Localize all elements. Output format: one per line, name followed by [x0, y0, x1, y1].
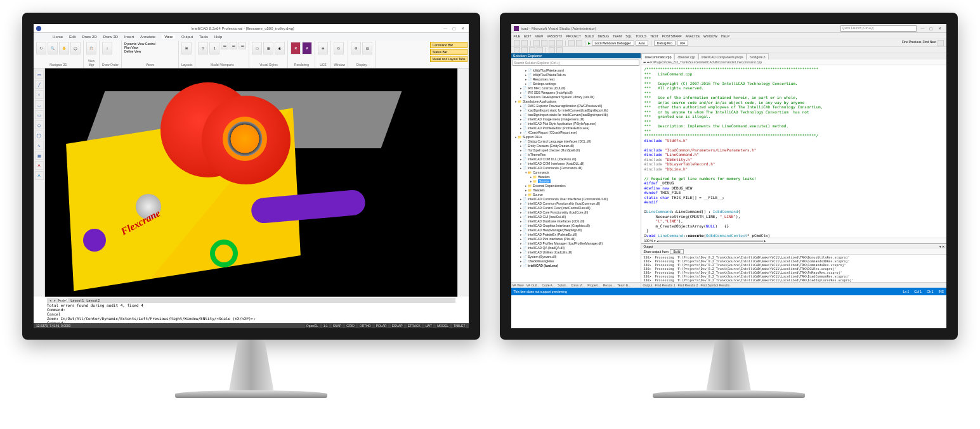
- new-window-button[interactable]: ⧉: [334, 42, 344, 54]
- menu-edit[interactable]: EDIT: [524, 34, 531, 38]
- viewport-4-button[interactable]: ▭: [238, 42, 246, 49]
- tree-item[interactable]: ▸ 📄IcWpfToolPalette.xaml: [513, 68, 640, 73]
- tool-select[interactable]: ▭: [35, 70, 44, 79]
- save-button[interactable]: [549, 40, 555, 46]
- undo-button[interactable]: [568, 40, 575, 46]
- tab-output[interactable]: Output: [643, 283, 652, 287]
- tool-rect[interactable]: ▭: [35, 110, 44, 119]
- find-opts-button[interactable]: [938, 40, 944, 46]
- tool-arc[interactable]: ◡: [35, 100, 44, 109]
- tab-insert[interactable]: Insert: [124, 35, 134, 39]
- tree-item[interactable]: ▸ 📄IcWpfToolPaletteTab.cs: [513, 73, 640, 77]
- minimize-button[interactable]: —: [441, 27, 449, 30]
- tab-edit[interactable]: Edit: [69, 35, 75, 39]
- tree-item[interactable]: ▸ 📄IntelliCAD Plot interfaces (Plot.dll): [513, 237, 640, 241]
- status-snap[interactable]: SNAP: [332, 324, 343, 328]
- status-model[interactable]: MODEL: [436, 324, 450, 328]
- tab-draw2d[interactable]: Draw 2D: [82, 35, 96, 39]
- tab-properties[interactable]: Propert...: [587, 283, 601, 287]
- menu-build[interactable]: BUILD: [585, 34, 594, 38]
- tab-find2[interactable]: Find Results 2: [677, 283, 698, 287]
- platform-dropdown[interactable]: Debug Pro: [654, 41, 676, 46]
- tb2-button[interactable]: [521, 47, 528, 53]
- menu-test[interactable]: TEST: [650, 34, 658, 38]
- tab-tools[interactable]: Tools: [199, 35, 208, 39]
- tb2-button[interactable]: [514, 47, 520, 53]
- tree-item[interactable]: ▸ 📄XCrashReport (XCrashReport.exe): [513, 131, 640, 135]
- menu-view[interactable]: VIEW: [535, 34, 544, 38]
- tab-resource[interactable]: Resou...: [603, 283, 615, 287]
- tab-layout2[interactable]: Layout2: [86, 298, 100, 302]
- tree-item[interactable]: ▸ 📄IntelliCAD Utilities (IcadUtils.dll): [513, 250, 640, 255]
- editor-zoom[interactable]: 100 % ▾ ◂━━━━━━━━━━━━━━━━━━━━━━━━━━━━━━━…: [641, 238, 946, 243]
- model-tabs-toggle[interactable]: Model and Layout Tabs: [430, 56, 468, 62]
- tree-item[interactable]: ▸ 📁Headers: [513, 188, 640, 193]
- ribbon-tabs[interactable]: Home Edit Draw 2D Draw 3D Insert Annotat…: [34, 33, 469, 41]
- minimize-button[interactable]: —: [919, 27, 927, 30]
- menu-help[interactable]: HELP: [721, 34, 729, 38]
- tree-item[interactable]: ▸ 📄IntelliCAD Image menu (imagemenu.dll): [513, 117, 640, 122]
- debugger-dropdown[interactable]: Local Windows Debugger: [592, 41, 634, 46]
- menu-team[interactable]: TEAM: [613, 34, 622, 38]
- tab-layout1[interactable]: Layout1: [70, 298, 84, 302]
- window-buttons[interactable]: — ▢ ✕: [919, 26, 944, 30]
- realtime-zoom-button[interactable]: 🔍: [48, 42, 58, 54]
- status-bar-toggle[interactable]: Status Bar: [430, 49, 468, 55]
- tab-home[interactable]: Home: [53, 35, 63, 39]
- tree-item[interactable]: ▸ 📄IntelliCAD PaletteEx (PaletteEx.dll): [513, 233, 640, 237]
- find-next-label[interactable]: Find Next: [923, 40, 936, 46]
- new-button[interactable]: [533, 40, 540, 46]
- redo-button[interactable]: [576, 40, 582, 46]
- tool-dim[interactable]: A: [35, 171, 44, 180]
- tree-item[interactable]: ▸ 📁Source: [513, 193, 640, 197]
- tree-item[interactable]: ▸ 📄IntelliCAD Commands User Interfaces (…: [513, 197, 640, 202]
- tree-item[interactable]: ▸ 📄IntelliCAD Graphics Interfaces (Graph…: [513, 224, 640, 228]
- tab-code-analysis[interactable]: Code A...: [542, 283, 555, 287]
- status-esnap[interactable]: ESNAP: [391, 324, 404, 328]
- tb2-button[interactable]: [549, 47, 555, 53]
- tool-spline[interactable]: ∿: [35, 141, 44, 150]
- tree-item[interactable]: ▸ 📄Resources.resx: [513, 77, 640, 82]
- tree-item[interactable]: ▸ 📄IRX MFC controls (IcULdll): [513, 86, 640, 91]
- ucs-button[interactable]: ⊕: [318, 42, 328, 54]
- toolbars-button[interactable]: ▤: [362, 42, 372, 54]
- breadcrumb-bar[interactable]: ⬅ ➡ F:\Projects\Dev_8.2_Trunk\Source\Int…: [641, 60, 946, 65]
- menu-sql[interactable]: SQL: [625, 34, 632, 38]
- tool-line[interactable]: ╱: [35, 80, 44, 89]
- tree-item[interactable]: ▸ 📄IntelliCAD Control Flow (IcadControlF…: [513, 206, 640, 210]
- tab-view[interactable]: View: [162, 35, 175, 39]
- tree-item[interactable]: ▸ 📄Entity Creators (EntityCreator.dll): [513, 144, 640, 148]
- tree-item[interactable]: ▸ 📄IcadDgnExport static for IntelliConve…: [513, 108, 640, 113]
- tab-draw3d[interactable]: Draw 3D: [103, 35, 118, 39]
- tree-item[interactable]: ▸ 📄IntelliCAD Common Functionality (Icad…: [513, 202, 640, 206]
- tree-item[interactable]: ▸ 📄IntelliCAD QA (IcadQA.dll): [513, 246, 640, 250]
- front-button[interactable]: ▢: [252, 42, 262, 54]
- output-bottom-tabs[interactable]: Output Find Results 1 Find Results 2 Fin…: [641, 282, 946, 288]
- tab-output[interactable]: Output: [181, 35, 193, 39]
- conceptual-button[interactable]: ◐: [275, 42, 285, 54]
- tab-va-outline[interactable]: VA Outl...: [526, 283, 540, 287]
- tree-item[interactable]: ▸ 📄IntelliCAD (Icad.exe): [513, 264, 640, 268]
- status-scale[interactable]: 1:1: [322, 324, 329, 328]
- doctab-configure[interactable]: configure.h: [747, 53, 769, 60]
- menubar[interactable]: FILE EDIT VIEW VASSISTX PROJECT BUILD DE…: [511, 33, 946, 39]
- close-button[interactable]: ✕: [459, 26, 466, 30]
- tb2-button[interactable]: [529, 47, 535, 53]
- menu-analyze[interactable]: ANALYZE: [686, 34, 700, 38]
- document-tabs[interactable]: LineCommand.cpp cfrender.cpp IntelliCAD.…: [641, 53, 946, 60]
- nav-back-button[interactable]: [514, 40, 520, 46]
- maximize-button[interactable]: ▢: [927, 26, 935, 30]
- tab-model[interactable]: Model: [58, 298, 68, 302]
- pan-button[interactable]: ✋: [59, 42, 69, 54]
- status-ins[interactable]: INS: [939, 290, 944, 293]
- open-button[interactable]: [541, 40, 547, 46]
- tree-item[interactable]: ▸ 📄IntelliCAD Commands (Commands.dll): [513, 166, 640, 170]
- menu-window[interactable]: WINDOW: [703, 34, 717, 38]
- status-etrack[interactable]: ETRACK: [407, 324, 422, 328]
- save-all-button[interactable]: [556, 40, 563, 46]
- menu-file[interactable]: FILE: [514, 34, 521, 38]
- maximize-button[interactable]: ▢: [450, 26, 458, 30]
- tool-ellipse[interactable]: ◯: [35, 131, 44, 139]
- doctab-components[interactable]: IntelliCAD.Components.props: [698, 53, 747, 60]
- tb2-button[interactable]: [556, 47, 563, 53]
